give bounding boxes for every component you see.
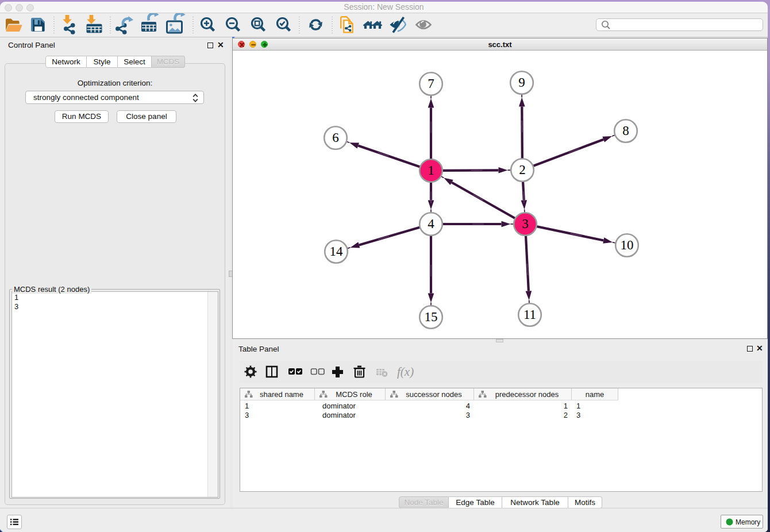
svg-text:2: 2	[564, 411, 568, 419]
svg-text:7: 7	[428, 76, 434, 91]
svg-text:1: 1	[576, 402, 580, 410]
svg-text:successor nodes: successor nodes	[406, 390, 462, 399]
svg-text:8: 8	[622, 124, 629, 138]
svg-text:shared name: shared name	[260, 390, 303, 399]
svg-text:predecessor nodes: predecessor nodes	[495, 390, 559, 399]
svg-text:3: 3	[466, 411, 470, 419]
svg-text:6: 6	[332, 130, 339, 145]
svg-text:1: 1	[564, 402, 568, 410]
svg-text:3: 3	[522, 217, 529, 231]
svg-text:1: 1	[428, 163, 434, 178]
svg-text:3: 3	[576, 411, 580, 419]
svg-text:dominator: dominator	[322, 402, 356, 410]
svg-text:2: 2	[519, 163, 526, 177]
svg-text:14: 14	[330, 244, 344, 259]
svg-text:dominator: dominator	[322, 411, 356, 419]
svg-text:10: 10	[621, 238, 634, 252]
svg-text:4: 4	[466, 402, 470, 410]
svg-text:11: 11	[523, 307, 536, 322]
svg-text:9: 9	[518, 75, 525, 90]
svg-text:MCDS role: MCDS role	[336, 390, 372, 399]
svg-text:15: 15	[425, 310, 438, 324]
svg-text:f(x): f(x)	[397, 365, 414, 379]
svg-text:3: 3	[245, 411, 249, 419]
svg-text:1: 1	[245, 402, 249, 410]
svg-text:name: name	[586, 390, 605, 399]
svg-text:4: 4	[428, 217, 434, 231]
